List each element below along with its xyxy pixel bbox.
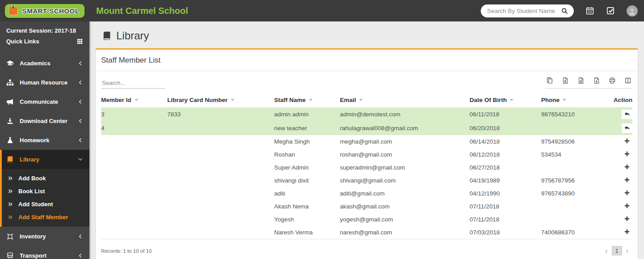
export-copy-button[interactable] — [546, 77, 553, 85]
pagination-page-1-button[interactable]: 1 — [612, 246, 622, 255]
book-icon — [6, 156, 14, 163]
cell-email: admin@demotest.com — [340, 107, 470, 121]
cell-card-number: 7833 — [167, 107, 274, 121]
sidebar-subitem-label: Add Student — [18, 201, 53, 208]
download-icon — [6, 117, 14, 125]
cell-card-number — [167, 174, 274, 187]
add-member-button[interactable] — [623, 228, 631, 235]
chevron-left-icon — [77, 99, 83, 105]
angles-right-icon — [8, 175, 13, 181]
search-icon[interactable] — [561, 7, 568, 15]
export-excel-button[interactable] — [562, 77, 569, 85]
table-footer: Records: 1 to 10 of 10 ‹ 1 › — [96, 241, 638, 259]
add-member-button[interactable] — [623, 176, 631, 183]
app-logo[interactable]: SMART SCHOOL — [0, 0, 89, 21]
sort-caret-icon — [563, 99, 566, 101]
cell-action — [607, 187, 632, 200]
pagination-next-button[interactable]: › — [622, 246, 632, 255]
sidebar-subitem-add-student[interactable]: Add Student — [2, 198, 89, 211]
chevron-left-icon — [77, 60, 83, 66]
column-header-member-id[interactable]: Member Id — [101, 93, 167, 107]
cell-member-id — [101, 174, 167, 187]
sidebar-item-label: Library — [20, 156, 77, 163]
calendar-icon[interactable] — [585, 6, 594, 15]
sidebar-subitem-book-list[interactable]: Book List — [2, 185, 89, 198]
cell-member-id — [101, 213, 167, 226]
task-check-icon[interactable] — [606, 6, 615, 15]
page-title: Library — [102, 30, 638, 42]
add-member-button[interactable] — [623, 137, 631, 144]
pagination: ‹ 1 › — [601, 246, 632, 255]
panel-title: Staff Member List — [96, 50, 638, 71]
cell-card-number — [167, 135, 274, 148]
column-header-phone[interactable]: Phone — [541, 93, 607, 107]
add-member-button[interactable] — [623, 163, 631, 170]
column-header-staff-name[interactable]: Staff Name — [274, 93, 340, 107]
column-header-date-of-birth[interactable]: Date Of Birth — [470, 93, 541, 107]
add-member-button[interactable] — [623, 189, 631, 196]
cell-dob: 07/11/2018 — [470, 200, 541, 213]
cell-member-id — [101, 148, 167, 161]
sidebar-item-inventory[interactable]: Inventory — [0, 227, 89, 246]
add-member-button[interactable] — [623, 202, 631, 209]
cell-name: Super Admin — [274, 161, 340, 174]
quick-links[interactable]: Quick Links — [6, 38, 83, 45]
column-header-label: Date Of Birth — [470, 97, 507, 103]
cell-member-id — [101, 135, 167, 148]
sidebar-subitem-add-book[interactable]: Add Book — [2, 172, 89, 185]
export-csv-button[interactable] — [577, 77, 585, 85]
grid-icon[interactable] — [76, 38, 83, 45]
sidebar-item-download-center[interactable]: Download Center — [0, 111, 89, 131]
cell-dob: 07/11/2018 — [470, 213, 541, 226]
cell-name: shivangi dixit — [274, 174, 340, 187]
cell-dob: 06/27/2018 — [470, 161, 541, 174]
cell-dob: 07/03/2018 — [470, 226, 541, 239]
cell-member-id: 3 — [101, 107, 167, 121]
sidebar-item-label: Inventory — [20, 233, 77, 240]
angles-right-icon — [8, 214, 13, 220]
sidebar-item-label: Academics — [20, 60, 77, 67]
sidebar-item-homework[interactable]: Homework — [0, 131, 89, 150]
cell-phone: 9876543210 — [541, 107, 607, 121]
column-header-label: Action — [614, 97, 632, 103]
sidebar-item-human-resource[interactable]: Human Resource — [0, 73, 89, 92]
table-row: aditiaditi@gmail.com04/12/19909765743890 — [101, 187, 632, 200]
column-header-library-card-number[interactable]: Library Card Number — [167, 93, 274, 107]
cell-email: shivangi@gmail.com — [340, 174, 470, 187]
cell-phone: 9756787956 — [541, 174, 607, 187]
pagination-prev-button[interactable]: ‹ — [601, 246, 611, 255]
add-member-button[interactable] — [623, 215, 631, 222]
user-avatar[interactable] — [627, 5, 638, 17]
cell-name: Megha Singh — [274, 135, 340, 148]
cell-action — [607, 200, 632, 213]
student-search-input[interactable] — [487, 8, 561, 14]
sidebar-item-academics[interactable]: Academics — [0, 54, 89, 73]
book-icon — [102, 31, 112, 41]
export-tools — [545, 77, 632, 89]
sidebar-subitem-add-staff-member[interactable]: Add Staff Member — [2, 211, 89, 224]
sidebar-item-transport[interactable]: Transport — [0, 246, 89, 259]
sidebar-item-label: Homework — [20, 137, 77, 144]
column-header-action: Action — [607, 93, 632, 107]
cell-dob: 06/12/2018 — [470, 148, 541, 161]
column-header-label: Email — [340, 97, 356, 103]
sidebar-item-communicate[interactable]: Communicate — [0, 92, 89, 111]
export-print-button[interactable] — [609, 77, 616, 85]
table-row: 37833admin adminadmin@demotest.com06/11/… — [101, 107, 632, 121]
sidebar-subitem-label: Add Staff Member — [18, 214, 68, 221]
return-book-button[interactable] — [622, 110, 632, 119]
cell-phone: 534534 — [541, 148, 607, 161]
add-member-button[interactable] — [623, 150, 631, 157]
export-columns-button[interactable] — [624, 77, 631, 85]
column-header-label: Library Card Number — [167, 97, 228, 103]
table-row: Roshanroshan@gmail.com06/12/2018534534 — [101, 148, 632, 161]
return-book-button[interactable] — [622, 123, 632, 133]
export-pdf-button[interactable] — [593, 77, 600, 85]
cell-email: roshan@gmail.com — [340, 148, 470, 161]
sidebar-item-label: Download Center — [20, 118, 77, 124]
table-search-input[interactable] — [101, 78, 165, 89]
graduation-cap-icon — [6, 59, 14, 67]
sidebar-item-library[interactable]: Library — [0, 150, 89, 169]
sitemap-icon — [6, 79, 14, 86]
column-header-email[interactable]: Email — [340, 93, 470, 107]
